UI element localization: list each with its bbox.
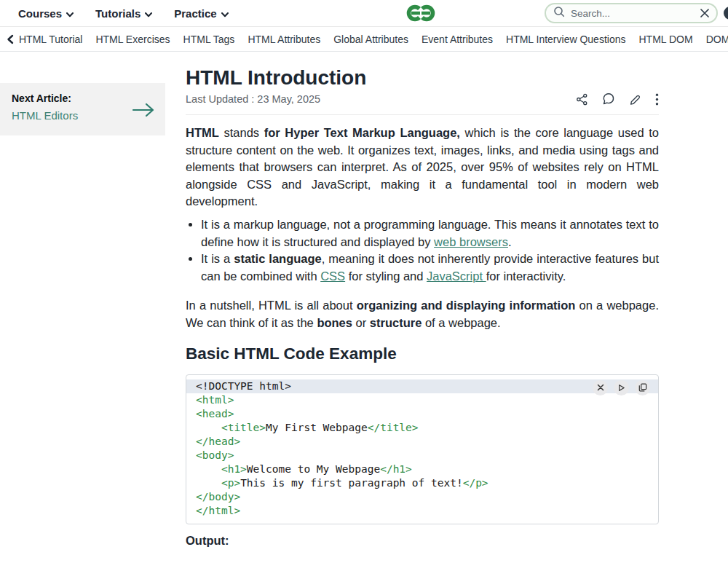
css-link[interactable]: CSS bbox=[320, 269, 345, 283]
list-item: It is a static language, meaning it does… bbox=[201, 251, 659, 285]
chevron-down-icon bbox=[221, 7, 229, 20]
code-line: <title>My First Webpage</title> bbox=[186, 421, 658, 435]
code-example-block: <!DOCTYPE html><html><head> <title>My Fi… bbox=[186, 374, 659, 524]
web-browsers-link[interactable]: web browsers bbox=[434, 235, 508, 248]
title-actions bbox=[576, 92, 659, 106]
code-line: <head> bbox=[186, 407, 658, 421]
edit-icon[interactable] bbox=[629, 93, 641, 106]
profile-avatar[interactable] bbox=[724, 7, 728, 20]
code-line: <p>This is my first paragraph of text!</… bbox=[186, 476, 658, 490]
subnav-item-dom-audio-video[interactable]: DOM Audio/Video bbox=[706, 34, 728, 45]
search-clear-icon[interactable] bbox=[700, 8, 710, 18]
menu-practice-label: Practice bbox=[174, 7, 216, 20]
subnav-item-event-attributes[interactable]: Event Attributes bbox=[422, 34, 493, 45]
code-line: <html> bbox=[186, 393, 658, 407]
list-item: It is a markup language, not a programmi… bbox=[201, 216, 659, 251]
code-line: </head> bbox=[186, 435, 658, 449]
intro-bold-expansion: for Hyper Text Markup Language, bbox=[264, 126, 460, 139]
page-content: Next Article: HTML Editors HTML Introduc… bbox=[0, 66, 728, 571]
javascript-link[interactable]: JavaScript bbox=[427, 269, 486, 283]
code-line: <h1>Welcome to My Webpage</h1> bbox=[186, 462, 658, 476]
subnav-item-html-interview-questions[interactable]: HTML Interview Questions bbox=[506, 34, 625, 45]
kebab-menu-icon[interactable] bbox=[655, 93, 659, 106]
chevron-down-icon bbox=[66, 7, 74, 20]
topnav-menus: Courses Tutorials Practice bbox=[0, 7, 229, 20]
next-article-card: Next Article: HTML Editors bbox=[0, 83, 165, 135]
key-points-list: It is a markup language, not a programmi… bbox=[186, 216, 659, 285]
subnav-item-html-tags[interactable]: HTML Tags bbox=[183, 34, 235, 45]
output-label: Output: bbox=[186, 534, 659, 548]
menu-courses-label: Courses bbox=[18, 7, 62, 20]
close-icon[interactable] bbox=[593, 380, 608, 395]
subnav-item-html-dom[interactable]: HTML DOM bbox=[638, 34, 692, 45]
code-line: <!DOCTYPE html> bbox=[186, 379, 658, 393]
article-meta-row: Last Updated : 23 May, 2025 bbox=[186, 92, 659, 115]
menu-courses[interactable]: Courses bbox=[18, 7, 74, 20]
intro-bold-html: HTML bbox=[186, 126, 219, 139]
subnav-item-global-attributes[interactable]: Global Attributes bbox=[333, 34, 408, 45]
tutorial-subnav: HTML TutorialHTML ExercisesHTML TagsHTML… bbox=[0, 27, 728, 52]
section-heading: Basic HTML Code Example bbox=[186, 343, 659, 365]
scroll-left-chevron-icon[interactable] bbox=[6, 34, 15, 44]
search-icon bbox=[553, 6, 565, 20]
output-preview-heading: Welcome to My Webpage bbox=[186, 564, 659, 571]
code-block-lines: <!DOCTYPE html><html><head> <title>My Fi… bbox=[186, 379, 658, 518]
search-input[interactable] bbox=[571, 8, 700, 19]
next-arrow-icon[interactable] bbox=[132, 102, 155, 121]
search-box bbox=[545, 3, 718, 23]
code-toolbar bbox=[593, 380, 650, 395]
code-line: </html> bbox=[186, 504, 658, 518]
geeksforgeeks-logo[interactable] bbox=[403, 3, 438, 23]
subnav-item-html-exercises[interactable]: HTML Exercises bbox=[95, 34, 170, 45]
page-title: HTML Introduction bbox=[186, 66, 659, 90]
intro-paragraph: HTML stands for Hyper Text Markup Langua… bbox=[186, 125, 659, 210]
top-navbar: Courses Tutorials Practice bbox=[0, 0, 728, 27]
subnav-item-html-attributes[interactable]: HTML Attributes bbox=[248, 34, 320, 45]
chevron-down-icon bbox=[145, 7, 152, 20]
subnav-item-html-tutorial[interactable]: HTML Tutorial bbox=[19, 34, 82, 45]
code-line: </body> bbox=[186, 490, 658, 504]
article-main: HTML Introduction Last Updated : 23 May,… bbox=[186, 66, 659, 571]
menu-tutorials[interactable]: Tutorials bbox=[95, 7, 152, 20]
run-icon[interactable] bbox=[614, 380, 629, 395]
summary-paragraph: In a nutshell, HTML is all about organiz… bbox=[186, 297, 659, 331]
code-line: <body> bbox=[186, 449, 658, 462]
menu-practice[interactable]: Practice bbox=[174, 7, 228, 20]
copy-icon[interactable] bbox=[635, 380, 650, 395]
last-updated-text: Last Updated : 23 May, 2025 bbox=[186, 93, 320, 105]
share-icon[interactable] bbox=[576, 93, 588, 106]
subnav-items: HTML TutorialHTML ExercisesHTML TagsHTML… bbox=[19, 34, 728, 45]
comment-icon[interactable] bbox=[602, 92, 615, 106]
menu-tutorials-label: Tutorials bbox=[95, 7, 141, 20]
